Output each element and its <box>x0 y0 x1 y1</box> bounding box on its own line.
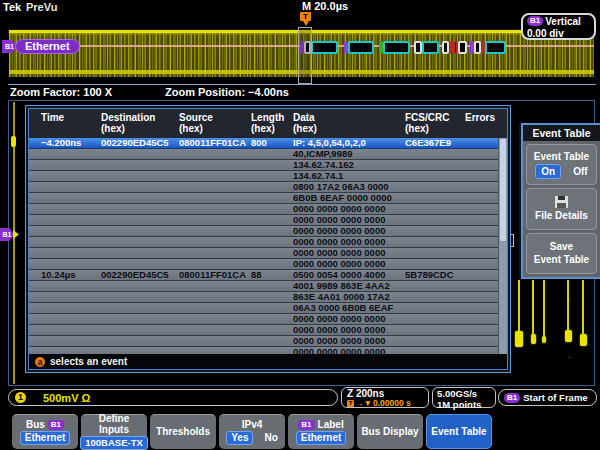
table-row[interactable]: 0000 0000 0000 0000 <box>29 259 507 270</box>
b1-badge-small: B1 <box>504 393 520 403</box>
table-row[interactable]: 0000 0000 0000 0000 <box>29 325 507 336</box>
event-table-header: TimeDestination(hex)Source(hex)Length(he… <box>29 109 507 138</box>
thresholds-label: Thresholds <box>156 427 210 437</box>
bus-packet <box>348 41 374 54</box>
zoom-waveform-pulse <box>531 334 536 344</box>
bus-packet <box>442 41 449 54</box>
menu-bus-button[interactable]: Bus B1 Ethernet <box>12 414 78 449</box>
menu-event-table-button[interactable]: Event Table <box>426 414 492 449</box>
scrollbar-thumb[interactable] <box>500 139 506 241</box>
zoom-region-bracket[interactable] <box>298 27 312 84</box>
table-row[interactable]: 0000 0000 0000 0000 <box>29 237 507 248</box>
zoom-waveform-pulse <box>580 334 587 346</box>
b1-badge-menu: B1 <box>48 420 64 430</box>
trigger-source-readout: B1 Start of Frame <box>498 389 597 406</box>
bus-packet <box>414 41 422 54</box>
define-line2: Inputs <box>99 425 129 435</box>
define-value-pill: 100BASE-TX <box>80 436 148 450</box>
channel-1-badge: 1 <box>15 392 26 403</box>
save-label-1: Save <box>550 241 573 252</box>
trigger-event-label: Start of Frame <box>523 392 587 403</box>
bus-value-pill: Ethernet <box>20 431 71 445</box>
table-row[interactable]: 0000 0000 0000 0000 <box>29 215 507 226</box>
bus-packet <box>474 41 481 54</box>
event-table-label: Event Table <box>431 427 486 437</box>
table-row[interactable]: 4001 9989 863E 4AA2 <box>29 281 507 292</box>
table-scrollbar[interactable] <box>498 138 507 354</box>
toggle-off[interactable]: Off <box>573 166 587 177</box>
table-row[interactable]: 0000 0000 0000 0000 <box>29 204 507 215</box>
trigger-icon-small: T <box>347 400 354 407</box>
bus-label-text: Bus <box>26 420 45 430</box>
event-table-toggle-button[interactable]: Event Table On Off <box>526 144 597 185</box>
ipv4-yes-pill[interactable]: Yes <box>226 431 253 445</box>
zoom-scale-readout: Z 200ns T →▼ 0.00000 s <box>341 387 429 408</box>
bus-packet <box>422 41 439 54</box>
bus-decode-packets <box>299 39 506 56</box>
table-row[interactable]: 134.62.74.1 <box>29 171 507 182</box>
bus-packet <box>383 41 410 54</box>
table-row[interactable]: 134.62.74.162 <box>29 160 507 171</box>
knob-hint-text: selects an event <box>50 356 127 367</box>
menu-define-inputs-button[interactable]: Define Inputs 100BASE-TX <box>81 414 147 449</box>
table-row[interactable]: 0000 0000 0000 0000 <box>29 248 507 259</box>
toggle-on[interactable]: On <box>535 164 561 179</box>
vertical-label: Vertical <box>545 16 581 27</box>
file-details-button[interactable]: File Details <box>526 188 597 229</box>
menu-label-button[interactable]: B1 Label Ethernet <box>288 414 354 449</box>
menu-ipv4-button[interactable]: IPv4 Yes No <box>219 414 285 449</box>
table-row[interactable]: 6B0B 6EAF 0000 0000 <box>29 193 507 204</box>
save-event-table-button[interactable]: Save Event Table <box>526 233 597 274</box>
ipv4-no[interactable]: No <box>264 433 277 443</box>
zoom-waveform-spike <box>532 280 534 336</box>
define-line1: Define <box>99 414 130 424</box>
zoom-factor-readout: Zoom Factor: 100 X <box>10 86 112 98</box>
column-header: Time <box>41 109 101 123</box>
toggle-label: Event Table <box>534 151 589 162</box>
bus-label[interactable]: Ethernet <box>15 39 80 54</box>
sample-rate: 5.00GS/s <box>437 389 491 399</box>
save-label-2: Event Table <box>534 254 589 265</box>
zoom-waveform-spike <box>543 280 545 338</box>
trigger-flag-icon[interactable]: T <box>300 12 311 21</box>
table-row[interactable]: 0000 0000 0000 0000 <box>29 314 507 325</box>
b1-badge-label: B1 <box>298 420 314 430</box>
knob-a-icon: a <box>35 357 45 367</box>
tek-logo: Tek <box>3 1 21 13</box>
column-header: FCS/CRC(hex) <box>405 109 465 134</box>
zoom-waveform-pulse <box>565 330 572 342</box>
panel-title: Event Table <box>523 125 600 141</box>
table-row[interactable]: −4.200ns002290ED45C5080011FF01CA800IP: 4… <box>29 138 507 149</box>
side-menu-panel: Event Table Event Table On Off File Deta… <box>521 123 600 279</box>
bus-packet <box>311 41 338 54</box>
channel-scale: 500mV Ω <box>43 392 90 404</box>
table-row[interactable]: 0000 0000 0000 0000 <box>29 226 507 237</box>
zoom-position-readout: Zoom Position: −4.00ns <box>165 86 289 98</box>
floppy-disk-icon <box>555 196 568 208</box>
bus-display-label: Bus Display <box>361 427 418 437</box>
oscilloscope-screen: Tek PreVu M 20.0µs T B1 Ethernet B1 Vert… <box>0 0 600 450</box>
overview-separator <box>8 84 596 85</box>
file-details-label: File Details <box>535 210 588 221</box>
table-row[interactable]: 0800 17A2 06A3 0000 <box>29 182 507 193</box>
zoom-waveform-spike <box>518 280 520 333</box>
menu-thresholds-button[interactable]: Thresholds <box>150 414 216 449</box>
table-row[interactable]: 863E 4A01 0000 17A2 <box>29 292 507 303</box>
table-row[interactable]: 40,ICMP,9989 <box>29 149 507 160</box>
table-row[interactable]: 06A3 0000 6B0B 6EAF <box>29 303 507 314</box>
menu-bus-display-button[interactable]: Bus Display <box>357 414 423 449</box>
trigger-arrows-icon: →▼ <box>355 399 372 408</box>
timebase-readout: M 20.0µs <box>302 0 348 12</box>
label-value-pill: Ethernet <box>296 431 347 445</box>
column-header: Data(hex) <box>293 109 405 134</box>
zoom-waveform-spike <box>567 280 569 332</box>
zoom-waveform-spike <box>582 280 584 336</box>
table-row[interactable]: 0000 0000 0000 0000 <box>29 336 507 347</box>
table-row[interactable]: 10.24µs002290ED45C5080011FF01CA880500 00… <box>29 270 507 281</box>
bus-packet <box>458 41 467 54</box>
table-row[interactable]: 0000 0000 0000 0000 <box>29 347 507 354</box>
column-header: Length(hex) <box>251 109 293 134</box>
acquisition-status: PreVu <box>26 1 57 13</box>
column-header: Destination(hex) <box>101 109 179 134</box>
zoom-waveform-pulse <box>515 331 523 347</box>
